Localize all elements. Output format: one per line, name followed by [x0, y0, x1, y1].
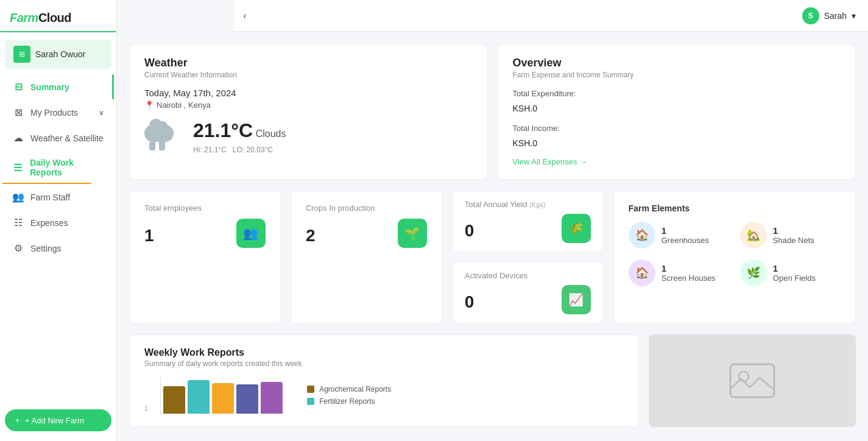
employees-icon-btn: 👥	[236, 219, 266, 248]
y-label: 1	[144, 404, 148, 412]
add-new-farm-button[interactable]: ＋ + Add New Farm	[5, 409, 111, 431]
weather-card: Weather Current Weather Information Toda…	[129, 44, 488, 180]
greenhouse-icon: 🏠	[629, 222, 655, 249]
stat-employees: Total employees 1 👥	[129, 191, 281, 323]
location-text: Nairobi , Kenya	[157, 101, 211, 110]
sidebar-username: Sarah Owuor	[35, 49, 85, 59]
weather-location: 📍 Nairobi , Kenya	[144, 101, 473, 110]
weather-cloud-icon	[144, 125, 183, 149]
chart-y-axis: 1	[144, 378, 148, 414]
stat-yield-value: 0	[465, 221, 475, 241]
sidebar-item-daily-reports[interactable]: ☰ Daily Work Reports	[2, 151, 114, 184]
reports-subtitle: Summary of daily work reports created th…	[144, 359, 624, 368]
weather-icon: ☁	[12, 132, 24, 144]
overview-title: Overview	[513, 57, 841, 69]
expenditure-value: 0	[532, 104, 537, 113]
weather-description: Clouds	[256, 129, 286, 139]
sidebar-label-staff: Farm Staff	[30, 192, 70, 202]
farm-el-screen-houses: 🏠 1 Screen Houses	[629, 259, 729, 286]
yield-devices-col: Total Annual Yield (Kgs) 0 🌾 Activated D…	[452, 191, 604, 323]
expenditure-label: Total Expenditure:	[513, 89, 841, 98]
placeholder-svg	[728, 359, 777, 402]
income-amount: KSH.0	[513, 134, 841, 150]
stat-devices: Activated Devices 0 📈	[452, 262, 604, 323]
weather-hi: Hi: 21.1°C	[193, 146, 227, 154]
topbar-user[interactable]: S Sarah ▾	[802, 7, 856, 24]
reports-icon: ☰	[12, 162, 24, 174]
dropdown-icon: ▾	[852, 11, 856, 21]
weather-lo: LO: 20.03°C	[233, 146, 273, 154]
stat-devices-value: 0	[465, 292, 475, 312]
chevron-icon: ∨	[99, 108, 104, 117]
user-icon: ⊞	[13, 46, 30, 63]
sidebar-label-expenses: Expenses	[30, 218, 68, 228]
summary-icon: ⊟	[12, 81, 24, 93]
open-fields-count: 1	[773, 263, 816, 273]
chart-legend: Agrochemical Reports Fertilizer Reports	[297, 378, 401, 414]
app-logo: FarmCloud	[0, 0, 116, 32]
plus-icon: ＋	[13, 415, 21, 426]
weather-hilo: Hi: 21.1°C LO: 20.03°C	[193, 146, 286, 154]
farm-elements-title: Farm Elements	[629, 203, 841, 213]
topbar-avatar: S	[802, 7, 819, 24]
devices-icon-btn: 📈	[562, 285, 591, 314]
expenditure-amount: KSH.0	[513, 99, 841, 115]
stat-crops-title: Crops In production	[306, 203, 427, 213]
income-value: 0	[532, 138, 537, 148]
placeholder-icon	[728, 359, 777, 402]
view-link-text: View All Expenses →	[513, 157, 588, 166]
sidebar-item-weather-satellite[interactable]: ☁ Weather & Satellite	[2, 125, 114, 150]
legend-label-agrochemical: Agrochemical Reports	[319, 385, 391, 393]
sidebar-item-summary[interactable]: ⊟ Summary	[2, 74, 114, 99]
products-icon: ⊠	[12, 107, 24, 118]
view-all-expenses-link[interactable]: View All Expenses →	[513, 157, 588, 166]
legend-fertilizer: Fertilizer Reports	[307, 397, 391, 406]
legend-dot-agrochemical	[307, 386, 314, 393]
farm-el-open-fields: 🌿 1 Open Fields	[740, 259, 841, 286]
bar-chart	[160, 378, 285, 414]
weather-temp-row: 21.1°C Clouds Hi: 21.1°C LO: 20.03°C	[144, 119, 473, 154]
shade-nets-name: Shade Nets	[773, 236, 814, 245]
crops-icon-btn: 🌱	[398, 219, 427, 248]
yield-icon-btn: 🌾	[562, 214, 591, 243]
screen-houses-info: 1 Screen Houses	[662, 263, 716, 283]
bar-1	[188, 380, 210, 414]
sidebar-label-daily-reports: Daily Work Reports	[30, 158, 104, 177]
sidebar-item-my-products[interactable]: ⊠ My Products ∨	[2, 100, 114, 125]
legend-label-fertilizer: Fertilizer Reports	[319, 397, 375, 406]
location-pin-icon: 📍	[144, 101, 154, 110]
sidebar-item-expenses[interactable]: ☷ Expenses	[2, 210, 114, 235]
shade-nets-count: 1	[773, 225, 814, 236]
topbar: ‹ S Sarah ▾	[234, 0, 868, 32]
income-label: Total Income:	[513, 124, 841, 133]
greenhouse-name: Greenhouses	[662, 236, 709, 245]
screen-houses-count: 1	[662, 263, 716, 273]
logo-dark: Cloud	[38, 11, 71, 24]
sidebar-user: ⊞ Sarah Owuor	[5, 40, 111, 69]
stat-employees-value: 1	[144, 226, 154, 245]
chart-legend-row: 1 Agrochemical Reports	[144, 378, 624, 414]
sidebar-item-farm-staff[interactable]: 👥 Farm Staff	[2, 185, 114, 210]
shade-nets-info: 1 Shade Nets	[773, 225, 814, 245]
settings-icon: ⚙	[12, 242, 24, 254]
bar-0	[163, 386, 185, 414]
underline-decoration	[12, 183, 90, 184]
sidebar-item-settings[interactable]: ⚙ Settings	[2, 236, 114, 261]
stat-devices-title: Activated Devices	[465, 271, 591, 280]
staff-icon: 👥	[12, 191, 24, 203]
sidebar-label-weather: Weather & Satellite	[30, 133, 104, 143]
logo-green: Farm	[10, 11, 38, 24]
legend-agrochemical: Agrochemical Reports	[307, 385, 391, 393]
weather-date: Today, May 17th, 2024	[144, 88, 473, 98]
sidebar-label-summary: Summary	[30, 82, 69, 92]
collapse-button[interactable]: ‹	[234, 5, 256, 27]
weekly-reports-card: Weekly Work Reports Summary of daily wor…	[129, 334, 639, 427]
farm-el-shade-nets: 🏡 1 Shade Nets	[740, 222, 841, 249]
stat-yield: Total Annual Yield (Kgs) 0 🌾	[452, 191, 604, 252]
farm-el-greenhouses: 🏠 1 Greenhouses	[629, 222, 729, 249]
farm-elements-grid: 🏠 1 Greenhouses 🏡 1 Shade Nets	[629, 222, 841, 286]
open-fields-name: Open Fields	[773, 273, 816, 283]
stat-crops: Crops In production 2 🌱	[291, 191, 442, 323]
open-fields-info: 1 Open Fields	[773, 263, 816, 283]
overview-subtitle: Farm Expense and Income Summary	[513, 71, 841, 79]
